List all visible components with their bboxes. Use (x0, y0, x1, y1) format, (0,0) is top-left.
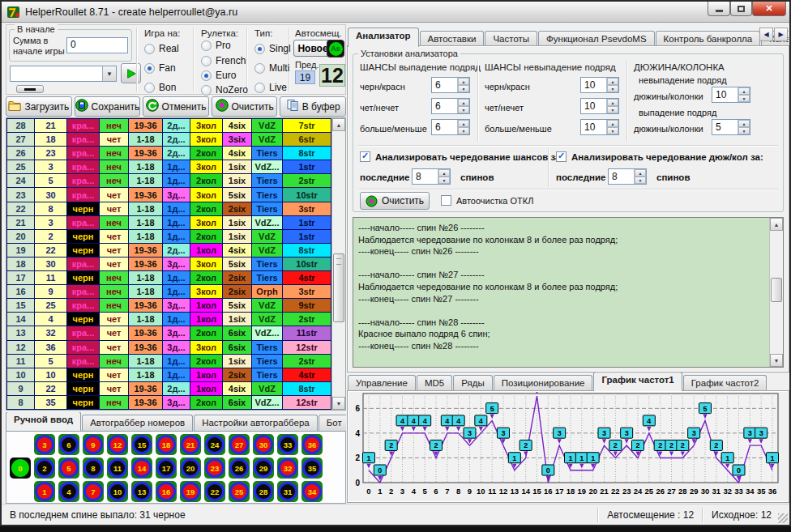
spinner-down-icon[interactable]: ▼ (635, 177, 646, 184)
spinner-up-icon[interactable]: ▲ (635, 169, 646, 177)
num-button-29[interactable]: 29 (253, 458, 274, 479)
num-button-14[interactable]: 14 (131, 458, 152, 479)
miss-high-low-spinner[interactable]: 10▲▼ (580, 119, 619, 135)
table-row[interactable]: 1830кра...чет19-363д...3кол5sixTiers10st… (7, 257, 331, 271)
radio-pro[interactable]: Pro (201, 40, 231, 51)
tab-scroll-right-icon[interactable]: ▶ (774, 28, 788, 41)
num-button-35[interactable]: 35 (301, 458, 323, 479)
dozen-hit-spinner[interactable]: 5▲▼ (712, 119, 750, 135)
radio-nozero[interactable]: NoZero (201, 84, 248, 96)
radio-french[interactable]: French (201, 55, 246, 66)
table-row[interactable]: 253кра...неч1-181д...3кол1sixVdZ...1str (7, 160, 331, 174)
num-button-0[interactable]: 0 (10, 458, 31, 479)
num-button-9[interactable]: 9 (83, 434, 104, 455)
hit-black-red-spinner[interactable]: 6▲▼ (431, 77, 470, 93)
table-scroll-track[interactable] (332, 131, 345, 397)
num-button-34[interactable]: 34 (301, 481, 323, 502)
num-button-18[interactable]: 18 (156, 434, 177, 455)
num-button-7[interactable]: 7 (83, 481, 104, 502)
spinner-down-icon[interactable]: ▼ (607, 85, 618, 92)
spinner-up-icon[interactable]: ▲ (738, 120, 750, 127)
table-row[interactable]: 1525кра...неч19-363д...1кол5sixVdZ9str (7, 299, 331, 313)
tab-анализатор[interactable]: Анализатор (348, 28, 419, 47)
autoclear-checkbox[interactable] (441, 195, 451, 206)
num-button-25[interactable]: 25 (229, 481, 250, 502)
num-button-6[interactable]: 6 (58, 434, 79, 455)
radio-fan[interactable]: Fan (144, 62, 176, 74)
table-row[interactable]: 245кра...неч1-181д...2кол1sixTiers2str (7, 174, 331, 188)
num-button-16[interactable]: 16 (156, 481, 177, 502)
miss-black-red-spinner[interactable]: 10▲▼ (580, 77, 619, 93)
tab-бот[interactable]: Бот (319, 415, 346, 431)
tab-график-частот2[interactable]: График частот2 (683, 375, 767, 391)
tab-контроль-банкролла[interactable]: Контроль банкролла (656, 31, 761, 47)
table-row[interactable]: 2821кра...неч19-362д...3кол4sixVdZ7str (7, 119, 331, 133)
spinner-up-icon[interactable]: ▲ (458, 120, 469, 127)
table-scrollbar[interactable]: ▲ ▼ (331, 118, 345, 410)
tab-настройки-автограббера[interactable]: Настройки автограббера (194, 415, 318, 431)
num-button-15[interactable]: 15 (131, 434, 152, 455)
spinner-down-icon[interactable]: ▼ (458, 127, 469, 134)
table-row[interactable]: 1711черннеч1-181д...2кол2sixTiers4str (7, 271, 331, 285)
log-scroll-down-icon[interactable]: ▼ (770, 354, 783, 367)
spinner-up-icon[interactable]: ▲ (607, 78, 618, 85)
num-button-17[interactable]: 17 (156, 458, 177, 479)
table-scroll-thumb[interactable] (333, 253, 344, 322)
num-button-1[interactable]: 1 (34, 481, 55, 502)
collapse-button[interactable] (16, 85, 44, 93)
table-row[interactable]: 213кра...неч1-181д...3кол1sixVdZ...1str (7, 216, 331, 230)
tab-md5[interactable]: MD5 (417, 375, 452, 391)
table-row[interactable]: 144чернчет1-181д...1кол1sixVdZ2str (7, 313, 331, 326)
spinner-up-icon[interactable]: ▲ (438, 169, 450, 177)
table-row[interactable]: 202чернчет1-181д...2кол1sixVdZ1str (7, 230, 331, 244)
table-row[interactable]: 1922чернчет19-362д...1кол4sixVdZ8str (7, 244, 331, 257)
miss-even-odd-spinner[interactable]: 10▲▼ (580, 98, 619, 114)
analyze-dozen-checkbox[interactable] (556, 151, 567, 162)
hit-even-odd-spinner[interactable]: 6▲▼ (431, 98, 470, 114)
toolbar-button-отменить[interactable]: Отменить (143, 96, 209, 117)
tab-график-частот1[interactable]: График частот1 (593, 372, 682, 391)
tab-управление[interactable]: Управление (348, 375, 416, 391)
chances-spins-spinner[interactable]: 8▲▼ (412, 168, 451, 185)
spinner-down-icon[interactable]: ▼ (738, 127, 750, 134)
table-row[interactable]: 2623кра...неч19-362д...2кол4sixTiers8str (7, 147, 331, 160)
log-scroll-thumb[interactable] (771, 278, 782, 302)
num-button-36[interactable]: 36 (301, 434, 323, 455)
num-button-22[interactable]: 22 (204, 481, 225, 502)
chevron-down-icon[interactable]: ▼ (102, 66, 116, 81)
log-scrollbar[interactable]: ▲ ▼ (769, 218, 783, 367)
num-button-5[interactable]: 5 (58, 458, 79, 479)
radio-real[interactable]: Real (144, 43, 179, 54)
num-button-26[interactable]: 26 (229, 458, 250, 479)
table-row[interactable]: 115кра...неч1-181д...2кол1sixTiers2str (7, 355, 331, 368)
radio-singl[interactable]: Singl (254, 43, 291, 54)
num-button-4[interactable]: 4 (58, 481, 79, 502)
dozen-spins-spinner[interactable]: 8▲▼ (608, 168, 647, 185)
table-row[interactable]: 1010чернчет1-181д...1кол2sixTiers4str (7, 368, 331, 382)
play-button[interactable] (121, 63, 141, 83)
table-row[interactable]: 835черннеч19-363д...2кол6sixVdZ...12str (7, 396, 331, 410)
minimize-button[interactable] (708, 2, 730, 16)
spinner-up-icon[interactable]: ▲ (458, 99, 469, 106)
num-button-12[interactable]: 12 (107, 434, 128, 455)
radio-bon[interactable]: Bon (144, 82, 176, 93)
tab-автоставки[interactable]: Автоставки (420, 31, 485, 47)
spinner-up-icon[interactable]: ▲ (607, 120, 618, 127)
table-row[interactable]: 1236кра...чет19-363д...3кол6sixTiers12st… (7, 341, 331, 355)
table-row[interactable]: 922чернчет19-362д...1кол4sixVdZ8str (7, 382, 331, 396)
num-button-13[interactable]: 13 (131, 481, 152, 502)
num-button-33[interactable]: 33 (277, 434, 298, 455)
num-button-31[interactable]: 31 (277, 481, 298, 502)
tab-функционал-psevdoms[interactable]: Функционал PsevdoMS (538, 31, 655, 47)
num-button-24[interactable]: 24 (204, 434, 225, 455)
num-button-21[interactable]: 21 (180, 434, 201, 455)
tab-scroll-left-icon[interactable]: ◀ (759, 28, 773, 41)
toolbar-button-загрузить[interactable]: Загрузить (6, 96, 72, 117)
tab-частоты[interactable]: Частоты (485, 31, 537, 47)
as-button[interactable]: As (327, 40, 344, 57)
scroll-down-icon[interactable]: ▼ (332, 397, 345, 410)
log-scroll-up-icon[interactable]: ▲ (770, 218, 783, 231)
radio-euro[interactable]: Euro (201, 70, 236, 81)
toolbar-button-в-буфер[interactable]: В буфер (280, 96, 346, 117)
spinner-up-icon[interactable]: ▲ (607, 99, 618, 106)
